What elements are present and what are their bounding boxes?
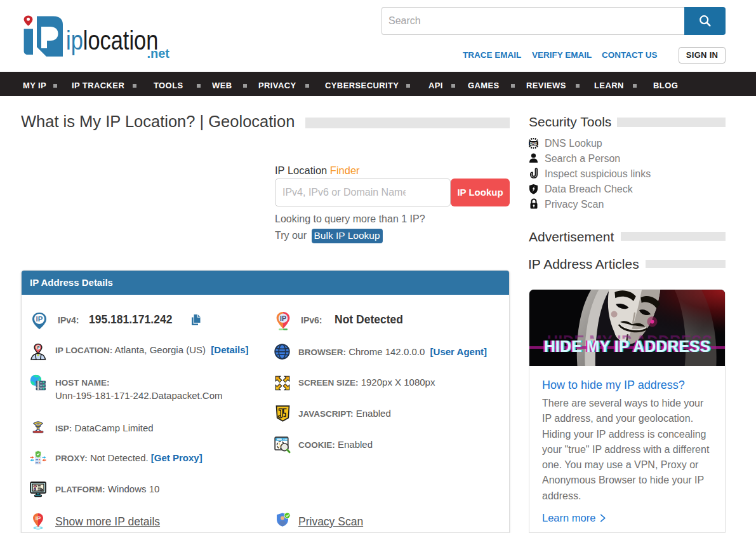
svg-text:.net: .net (147, 46, 169, 60)
svg-text:iplocation: iplocation (66, 25, 158, 55)
svg-text:IP: IP (36, 346, 39, 349)
svg-text:DNS: DNS (530, 142, 538, 145)
svg-text:IP: IP (280, 314, 286, 322)
svg-text:IP: IP (36, 515, 41, 522)
svg-text:IP: IP (36, 315, 43, 323)
